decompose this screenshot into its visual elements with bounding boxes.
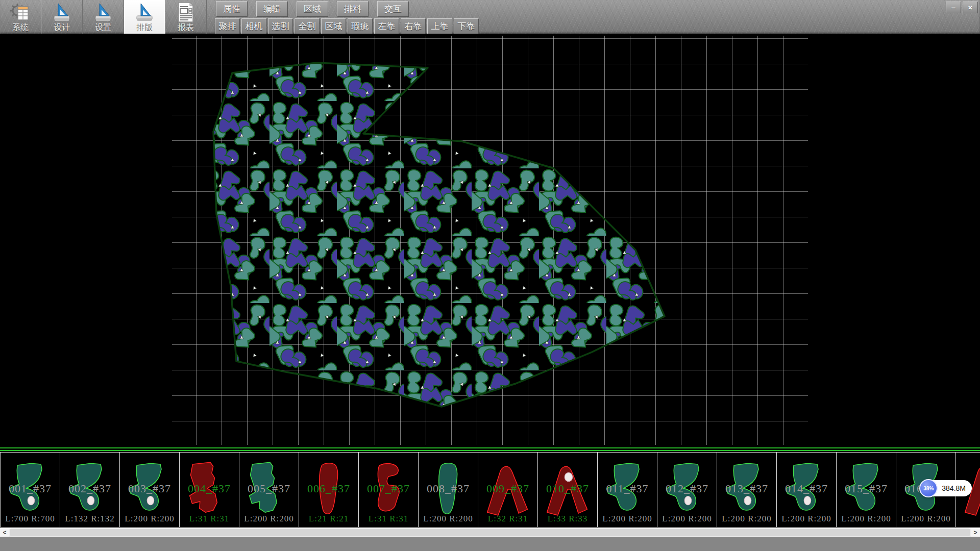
piece-lr-count: L:33 R:33 (538, 514, 597, 524)
menu-nesting[interactable]: 排料 (337, 1, 369, 17)
piece-lr-count: L:21 R:21 (299, 514, 358, 524)
tool-align-top[interactable]: 上靠 (427, 18, 452, 34)
piece-name: 003_#37 (120, 482, 179, 495)
tab-system-label: 系统 (12, 23, 29, 32)
tab-report-label: 报表 (178, 23, 194, 32)
piece-name: 005_#37 (239, 482, 299, 495)
tab-design[interactable]: 设计 (41, 0, 83, 34)
thumbnail-cell-006[interactable]: 006_#37 L:21 R:21 (299, 452, 359, 528)
set-square-icon (92, 2, 114, 23)
scrollbar-thumb[interactable] (10, 529, 970, 536)
menu-row-primary: 属性 编辑 区域 排料 交互 (216, 1, 418, 17)
tool-camera[interactable]: 相机 (241, 18, 266, 34)
piece-lr-count: L:200 R:200 (777, 514, 836, 524)
piece-name: 010_#37 (538, 482, 597, 495)
tab-report[interactable]: 报表 (165, 0, 207, 34)
window-controls: – × (946, 2, 978, 13)
piece-name: 007_#37 (359, 482, 418, 495)
piece-name: 002_#37 (60, 482, 119, 495)
tool-defect[interactable]: 瑕疵 (348, 18, 373, 34)
thumbnail-cell-008[interactable]: 008_#37 L:200 R:200 (418, 452, 478, 528)
thumbnail-cell-014[interactable]: 014_#37 L:200 R:200 (776, 452, 837, 528)
piece-name: 001_#37 (1, 482, 60, 495)
menu-row-tools: 聚排 相机 选割 全割 区域 瑕疵 左靠 右靠 上靠 下靠 (215, 18, 480, 34)
thumbnail-cell-012[interactable]: 012_#37 L:200 R:200 (657, 452, 717, 528)
thumbnail-cell-002[interactable]: 002_#37 L:132 R:132 (60, 452, 120, 528)
piece-name: 008_#37 (419, 482, 478, 495)
thumbnail-cell-013[interactable]: 013_#37 L:200 R:200 (717, 452, 777, 528)
piece-name: 006_#37 (299, 482, 358, 495)
horizontal-scrollbar[interactable]: < > (0, 528, 980, 537)
piece-lr-count: L:700 R:700 (1, 514, 60, 524)
tool-cluster-nest[interactable]: 聚排 (215, 18, 240, 34)
piece-name: 015_#37 (837, 482, 896, 495)
menu-edit[interactable]: 编辑 (256, 1, 288, 17)
report-document-icon (175, 2, 197, 23)
tool-align-left[interactable]: 左靠 (374, 18, 399, 34)
memory-usage-badge: 38% 384.8M (920, 480, 972, 496)
piece-lr-count: L:32 R:31 (478, 514, 537, 524)
tab-design-label: 设计 (54, 23, 70, 32)
piece-lr-count: L:200 R:200 (419, 514, 478, 524)
piece-name: 013_#37 (717, 482, 776, 495)
piece-name: 012_#37 (657, 482, 717, 495)
tab-settings[interactable]: 设置 (83, 0, 124, 34)
cpu-percent-indicator: 38% (919, 479, 938, 497)
tab-nesting[interactable]: 排版 (124, 0, 165, 34)
tab-settings-label: 设置 (95, 23, 111, 32)
tab-nesting-label: 排版 (136, 23, 153, 32)
thumbnail-cell-001[interactable]: 001_#37 L:700 R:700 (0, 452, 60, 528)
scroll-right-arrow-icon[interactable]: > (971, 528, 980, 537)
memory-value: 384.8M (938, 484, 972, 492)
piece-lr-count: L:132 R:132 (60, 514, 119, 524)
piece-lr-count: L:200 R:200 (657, 514, 717, 524)
thumbnail-cell-011[interactable]: 011_#37 L:200 R:200 (597, 452, 657, 528)
piece-name: 014_#37 (777, 482, 836, 495)
close-button[interactable]: × (963, 2, 978, 13)
piece-thumbnail-strip: 001_#37 L:700 R:700 002_#37 L:132 R:132 … (0, 447, 980, 528)
thumbnail-cell-015[interactable]: 015_#37 L:200 R:200 (836, 452, 896, 528)
thumbnail-cell-003[interactable]: 003_#37 L:200 R:200 (119, 452, 180, 528)
menu-interact[interactable]: 交互 (377, 1, 409, 17)
canvas-drawing (0, 34, 980, 447)
thumbnail-cell-004[interactable]: 004_#37 L:31 R:31 (179, 452, 239, 528)
tab-system[interactable]: 系统 (0, 0, 41, 34)
titlebar: 系统 设计 设置 (0, 0, 980, 34)
piece-lr-count: L:200 R:200 (837, 514, 896, 524)
menu-region[interactable]: 区域 (297, 1, 328, 17)
thumbnail-list: 001_#37 L:700 R:700 002_#37 L:132 R:132 … (0, 452, 980, 528)
thumbnail-cell-007[interactable]: 007_#37 L:31 R:31 (358, 452, 419, 528)
main-tab-bar: 系统 设计 设置 (0, 0, 207, 34)
piece-lr-count: L:200 R:200 (120, 514, 179, 524)
menu-properties[interactable]: 属性 (216, 1, 248, 17)
nesting-canvas[interactable] (0, 34, 980, 447)
tool-select-cut[interactable]: 选割 (268, 18, 293, 34)
piece-name: 004_#37 (180, 482, 239, 495)
tool-cut-all[interactable]: 全割 (295, 18, 320, 34)
piece-lr-count: L:31 R:31 (180, 514, 239, 524)
scroll-left-arrow-icon[interactable]: < (0, 528, 9, 537)
piece-lr-count: L:200 R:200 (598, 514, 657, 524)
strip-divider (0, 450, 980, 451)
minimize-button[interactable]: – (946, 2, 961, 13)
set-square-icon (51, 2, 72, 23)
tool-align-bottom[interactable]: 下靠 (454, 18, 479, 34)
piece-name: 009_#37 (478, 482, 537, 495)
system-gear-icon (10, 2, 31, 23)
piece-lr-count: L:200 R:200 (239, 514, 299, 524)
tool-align-right[interactable]: 右靠 (401, 18, 426, 34)
piece-lr-count: L:31 R:31 (359, 514, 418, 524)
piece-lr-count: L:200 R:200 (717, 514, 776, 524)
tool-region[interactable]: 区域 (321, 18, 346, 34)
piece-name: 011_#37 (598, 482, 657, 495)
status-bar (0, 537, 980, 551)
thumbnail-cell-009[interactable]: 009_#37 L:32 R:31 (478, 452, 538, 528)
set-square-icon (134, 2, 155, 23)
thumbnail-cell-005[interactable]: 005_#37 L:200 R:200 (239, 452, 299, 528)
thumbnail-cell-010[interactable]: 010_#37 L:33 R:33 (537, 452, 598, 528)
piece-lr-count: L:200 R:200 (896, 514, 955, 524)
